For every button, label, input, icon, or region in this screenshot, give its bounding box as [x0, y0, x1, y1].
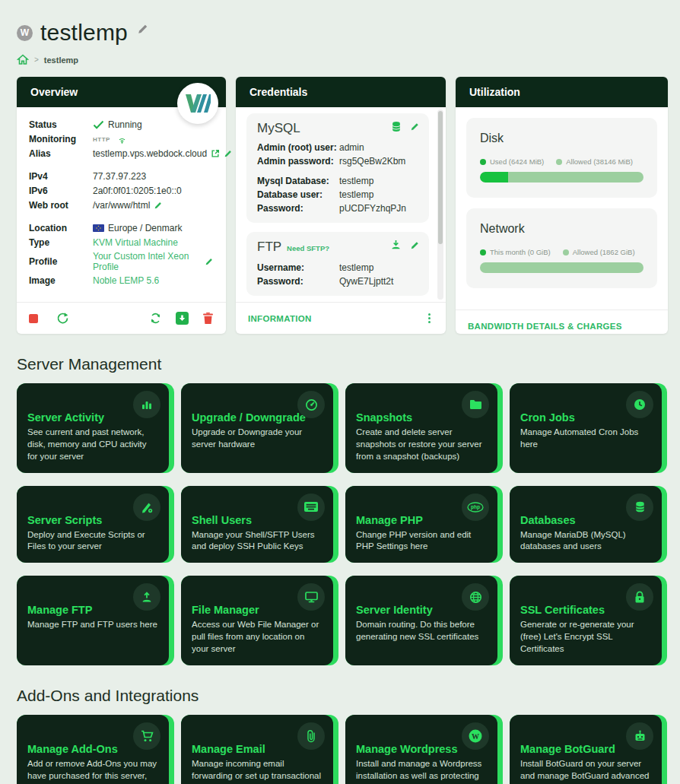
ftp-username-value: testlemp	[339, 262, 373, 273]
download-icon[interactable]	[390, 240, 402, 250]
network-title: Network	[480, 222, 643, 236]
wordpress-icon: W	[462, 722, 489, 750]
overview-footer	[17, 302, 226, 334]
keyboard-icon	[297, 494, 325, 521]
scrollbar-thumb[interactable]	[438, 111, 443, 244]
image-label: Image	[29, 275, 93, 286]
alias-value: testlemp.vps.webdock.cloud	[93, 148, 207, 159]
tile-file-manager[interactable]: File Manager Access our Web File Manager…	[181, 576, 338, 665]
tile-server-scripts[interactable]: Server Scripts Deploy and Execute Script…	[17, 486, 174, 563]
tile-manage-addons[interactable]: Manage Add-Ons Add or remove Add-Ons you…	[17, 715, 174, 784]
breadcrumb-separator: >	[34, 56, 39, 64]
ipv4-value: 77.37.97.223	[93, 171, 146, 182]
type-link[interactable]: KVM Virtual Machine	[93, 237, 178, 248]
clock-icon	[626, 391, 653, 418]
profile-label: Profile	[29, 256, 93, 267]
type-label: Type	[29, 237, 93, 248]
location-value: Europe / Denmark	[108, 223, 182, 233]
edit-mysql-pencil-icon[interactable]	[410, 122, 420, 132]
bandwidth-details-link[interactable]: BANDWIDTH DETAILS & CHARGES	[468, 322, 622, 331]
disk-allowed-label: Allowed (38146 MiB)	[566, 157, 633, 166]
network-usage-bar	[480, 262, 643, 273]
tile-server-activity[interactable]: Server Activity See current and past net…	[17, 383, 174, 473]
wordpress-badge-icon: W	[17, 25, 33, 41]
mysql-db-password-label: Password:	[257, 203, 339, 214]
alias-label: Alias	[29, 148, 93, 159]
database-icon[interactable]	[391, 121, 402, 132]
tile-snapshots[interactable]: Snapshots Create and delete server snaps…	[345, 383, 503, 473]
archive-button[interactable]	[176, 312, 189, 325]
mysql-admin-password-label: Admin password:	[257, 156, 339, 167]
tile-manage-ftp[interactable]: Manage FTP Manage FTP and FTP users here	[17, 576, 174, 665]
overview-body: Status Running Monitoring HTTP Alias tes…	[17, 107, 226, 302]
disk-title: Disk	[480, 132, 643, 145]
edit-ftp-pencil-icon[interactable]	[410, 240, 420, 250]
utilization-card-header: Utilization	[456, 77, 668, 107]
delete-button[interactable]	[202, 312, 214, 325]
credentials-footer: INFORMATION	[236, 302, 446, 334]
ftp-username-label: Username:	[257, 262, 339, 273]
tile-manage-php[interactable]: php Manage PHP Change PHP version and ed…	[345, 486, 503, 563]
edit-title-pencil-icon[interactable]	[137, 23, 149, 35]
robot-icon	[626, 722, 653, 750]
top-cards-row: Overview Status Running Monitoring HTTP	[17, 77, 668, 334]
server-management-grid: Server Activity See current and past net…	[17, 383, 667, 665]
mysql-admin-password-value: rsg5QeBw2Kbm	[339, 156, 405, 167]
tile-cron-jobs[interactable]: Cron Jobs Manage Automated Cron Jobs her…	[510, 383, 667, 473]
page-header: W testlemp > testlemp	[0, 0, 680, 65]
svg-text:php: php	[471, 504, 480, 510]
breadcrumb-current[interactable]: testlemp	[44, 56, 78, 65]
allowed-dot-icon	[563, 249, 569, 256]
mysql-admin-user-label: Admin (root) user:	[257, 142, 339, 153]
need-sftp-link[interactable]: Need SFTP?	[287, 244, 329, 252]
profile-link[interactable]: Your Custom Intel Xeon Profile	[93, 251, 201, 272]
disk-utilization-box: Disk Used (6424 MiB) Allowed (38146 MiB)	[466, 118, 657, 198]
ftp-password-value: QywE7Ljptt2t	[339, 276, 393, 287]
ftp-password-label: Password:	[257, 276, 339, 287]
overview-card: Overview Status Running Monitoring HTTP	[17, 77, 226, 334]
location-label: Location	[29, 223, 93, 233]
tile-manage-botguard[interactable]: Manage BotGuard Install BotGuard on your…	[510, 715, 667, 784]
mysql-admin-user-value: admin	[339, 142, 364, 153]
tile-upgrade-downgrade[interactable]: Upgrade / Downgrade Upgrade or Downgrade…	[181, 383, 338, 473]
ftp-title: FTP	[257, 240, 281, 255]
eu-flag-icon	[93, 224, 104, 232]
image-link[interactable]: Noble LEMP 5.6	[93, 275, 159, 286]
tile-ssl-certificates[interactable]: SSL Certificates Generate or re-generate…	[510, 576, 667, 665]
tile-manage-email[interactable]: Manage Email Manage incoming email forwa…	[181, 715, 338, 784]
used-dot-icon	[480, 249, 486, 256]
edit-profile-pencil-icon[interactable]	[205, 257, 214, 266]
status-label: Status	[29, 119, 93, 130]
webroot-label: Web root	[29, 200, 93, 211]
tile-databases[interactable]: Databases Manage MariaDB (MySQL) databas…	[510, 486, 667, 563]
ftp-credentials-box: FTP Need SFTP? Username: testlemp Pa	[246, 232, 429, 296]
stop-button[interactable]	[29, 314, 38, 323]
tile-server-identity[interactable]: Server Identity Domain routing. Do this …	[345, 576, 503, 665]
mysql-db-user-value: testlemp	[339, 189, 373, 200]
edit-alias-pencil-icon[interactable]	[224, 149, 233, 158]
restart-button[interactable]	[56, 312, 69, 325]
edit-webroot-pencil-icon[interactable]	[154, 201, 163, 210]
svg-text:W: W	[472, 732, 479, 740]
network-allowed-label: Allowed (1862 GiB)	[573, 248, 635, 256]
cart-icon	[133, 722, 160, 750]
monitoring-value: HTTP	[93, 134, 128, 144]
ipv6-label: IPv6	[29, 186, 93, 196]
tile-manage-wordpress[interactable]: W Manage Wordpress Install and manage a …	[345, 715, 503, 784]
network-used-label: This month (0 GiB)	[490, 248, 551, 256]
information-link[interactable]: INFORMATION	[248, 314, 312, 323]
credentials-scrollbar[interactable]	[437, 110, 443, 300]
mysql-db-user-label: Database user:	[257, 189, 339, 200]
sync-button[interactable]	[149, 312, 162, 325]
home-icon[interactable]	[17, 54, 29, 65]
tile-shell-users[interactable]: Shell Users Manage your Shell/SFTP Users…	[181, 486, 338, 563]
database-icon	[626, 494, 653, 521]
signal-icon	[116, 134, 128, 144]
breadcrumb: > testlemp	[17, 54, 663, 65]
kebab-menu-icon[interactable]	[425, 312, 434, 325]
mysql-db-password-value: pUCDFYzhqPJn	[339, 203, 406, 214]
addons-title: Add-Ons and Integrations	[17, 687, 680, 705]
external-link-icon[interactable]	[211, 149, 220, 158]
utilization-body: Disk Used (6424 MiB) Allowed (38146 MiB)…	[456, 107, 668, 309]
disk-usage-bar	[480, 172, 643, 183]
